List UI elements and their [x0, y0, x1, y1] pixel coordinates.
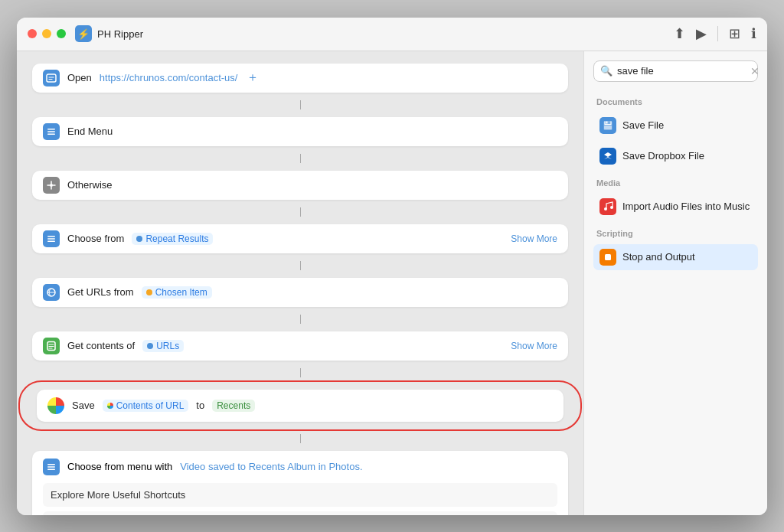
library-icon[interactable]: ⊞ [729, 25, 740, 42]
save-block[interactable]: Save Contents of URL to Recents [37, 390, 564, 422]
open-block[interactable]: Open https://chrunos.com/contact-us/ ＋ [32, 64, 568, 93]
import-audio-item[interactable]: Import Audio Files into Music [593, 194, 758, 220]
connector-1 [32, 100, 568, 109]
close-button[interactable] [28, 29, 37, 38]
menu-prefix: Choose from menu with [67, 461, 172, 472]
search-bar: 🔍 ✕ [593, 60, 758, 82]
chosen-item-label: Chosen Item [155, 287, 207, 298]
otherwise-icon [43, 177, 60, 194]
choose-from-label: Choose from [67, 233, 124, 244]
menu-block-icon [43, 459, 60, 475]
titlebar-actions: ⬆ ▶ ⊞ ℹ [674, 25, 756, 42]
urls-tag[interactable]: URLs [142, 340, 184, 352]
main-content: Open https://chrunos.com/contact-us/ ＋ E… [17, 51, 767, 515]
recents-label: Recents [217, 400, 250, 411]
documents-section-label: Documents [593, 97, 758, 106]
menu-item-2[interactable]: Join Our Telegram Group [43, 511, 557, 515]
save-label: Save [72, 400, 95, 411]
svg-rect-18 [606, 121, 608, 123]
app-title: PH Ripper [97, 28, 143, 40]
connector-2 [32, 154, 568, 163]
titlebar: ⚡ PH Ripper ⬆ ▶ ⊞ ℹ [17, 18, 767, 51]
svg-rect-2 [47, 131, 55, 132]
menu-item-1[interactable]: Explore More Useful Shortcuts [43, 483, 557, 507]
svg-point-21 [604, 207, 607, 211]
connector-6 [32, 368, 568, 377]
contents-of-url-tag[interactable]: Contents of URL [103, 400, 189, 412]
stop-output-item[interactable]: Stop and Output [593, 244, 758, 270]
save-dropbox-label: Save Dropbox File [622, 150, 704, 162]
svg-marker-20 [604, 152, 612, 159]
search-input[interactable] [617, 65, 746, 77]
svg-rect-7 [47, 240, 55, 242]
svg-rect-12 [47, 468, 55, 470]
info-icon[interactable]: ℹ [751, 25, 756, 42]
show-more-btn[interactable]: Show More [511, 233, 557, 244]
save-file-item[interactable]: Save File [593, 113, 758, 139]
urls-label: URLs [156, 341, 179, 351]
svg-rect-10 [47, 464, 55, 465]
end-menu-label: End Menu [67, 126, 113, 137]
svg-rect-3 [47, 133, 55, 135]
get-contents-icon [43, 338, 60, 354]
contents-url-label: Contents of URL [116, 400, 185, 411]
chosen-item-tag[interactable]: Chosen Item [142, 286, 212, 299]
search-icon: 🔍 [600, 65, 612, 77]
save-icon [47, 397, 64, 414]
stop-output-label: Stop and Output [622, 251, 695, 263]
svg-rect-19 [604, 126, 612, 129]
get-contents-block[interactable]: Get contents of URLs Show More [32, 331, 568, 361]
save-dropbox-item[interactable]: Save Dropbox File [593, 143, 758, 169]
save-dropbox-icon [599, 148, 616, 165]
svg-rect-1 [47, 129, 55, 130]
svg-point-22 [610, 206, 613, 209]
choose-from-block[interactable]: Choose from Repeat Results Show More [32, 224, 568, 253]
open-block-icon [43, 70, 60, 86]
end-menu-icon [43, 123, 60, 140]
chosen-item-dot [146, 289, 152, 295]
import-audio-icon [599, 198, 616, 215]
traffic-lights [28, 29, 66, 38]
get-urls-block[interactable]: Get URLs from Chosen Item [32, 278, 568, 307]
recents-tag[interactable]: Recents [212, 400, 255, 412]
media-section-label: Media [593, 178, 758, 188]
open-url: https://chrunos.com/contact-us/ [100, 72, 238, 83]
import-audio-label: Import Audio Files into Music [622, 201, 750, 212]
repeat-results-tag[interactable]: Repeat Results [132, 233, 213, 245]
urls-dot [147, 343, 153, 349]
connector-3 [32, 207, 568, 217]
app-icon: ⚡ [75, 25, 92, 42]
end-menu-block[interactable]: End Menu [32, 117, 568, 146]
svg-rect-6 [47, 238, 55, 240]
get-urls-label: Get URLs from [67, 286, 134, 298]
share-icon[interactable]: ⬆ [674, 25, 685, 42]
app-window: ⚡ PH Ripper ⬆ ▶ ⊞ ℹ Open https://chrunos… [17, 18, 767, 515]
connector-5 [32, 315, 568, 324]
choose-menu-block[interactable]: Choose from menu with Video saved to Rec… [32, 451, 568, 515]
svg-rect-0 [47, 74, 56, 82]
svg-rect-23 [605, 254, 611, 260]
save-block-wrapper: Save Contents of URL to Recents [28, 385, 573, 426]
show-more-btn-2[interactable]: Show More [511, 341, 557, 351]
play-icon[interactable]: ▶ [696, 25, 707, 42]
plus-icon[interactable]: ＋ [247, 70, 259, 86]
clear-search-btn[interactable]: ✕ [750, 65, 760, 77]
save-file-label: Save File [622, 119, 664, 131]
get-contents-label: Get contents of [67, 340, 135, 351]
save-file-icon [599, 117, 616, 134]
minimize-button[interactable] [42, 29, 51, 38]
stop-output-icon [599, 249, 616, 266]
connector-4 [32, 261, 568, 270]
otherwise-block[interactable]: Otherwise [32, 171, 568, 200]
maximize-button[interactable] [57, 29, 66, 38]
otherwise-label: Otherwise [67, 179, 113, 191]
connector-7 [32, 434, 568, 443]
get-urls-icon [43, 284, 60, 301]
menu-tag: Video saved to Recents Album in Photos. [180, 461, 362, 472]
menu-item-1-label: Explore More Useful Shortcuts [51, 489, 185, 501]
svg-point-4 [50, 184, 53, 187]
tag-dot [136, 236, 142, 242]
scripting-section-label: Scripting [593, 229, 758, 238]
save-to-label: to [196, 400, 204, 411]
tag-label: Repeat Results [145, 233, 208, 244]
